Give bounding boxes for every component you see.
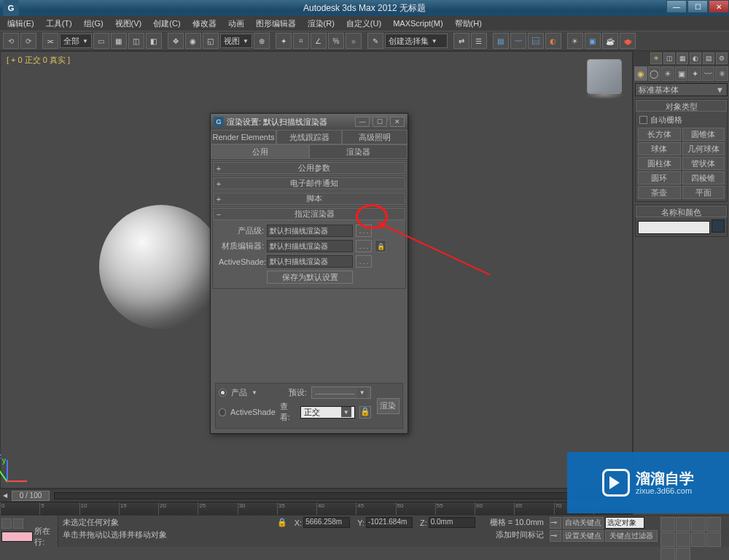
dialog-minimize-button[interactable]: — bbox=[355, 117, 370, 127]
cmd-icon-1[interactable]: ☀ bbox=[650, 52, 662, 64]
shapes-tab[interactable]: ◯ bbox=[648, 66, 661, 81]
production-radio[interactable] bbox=[219, 389, 227, 397]
select-region-button[interactable]: ◫ bbox=[128, 33, 144, 49]
z-coord-input[interactable]: 0.0mm bbox=[429, 517, 475, 528]
cameras-tab[interactable]: ▣ bbox=[675, 66, 688, 81]
dialog-titlebar[interactable]: G 渲染设置: 默认扫描线渲染器 — ☐ ✕ bbox=[211, 114, 408, 130]
sphere-button[interactable]: 球体 bbox=[638, 142, 681, 155]
scene-sphere-object[interactable] bbox=[99, 205, 223, 329]
cmd-icon-4[interactable]: ◐ bbox=[690, 52, 701, 64]
preset-dropdown[interactable]: ---------------▼ bbox=[311, 386, 371, 399]
nav-orbit-button[interactable] bbox=[660, 548, 675, 560]
object-category-dropdown[interactable]: 标准基本体▼ bbox=[635, 83, 728, 96]
helpers-tab[interactable]: ✦ bbox=[688, 66, 701, 81]
close-button[interactable]: ✕ bbox=[709, 0, 729, 13]
edit-named-sel-button[interactable]: ✎ bbox=[367, 33, 383, 49]
setkey-button[interactable]: 设置关键点 bbox=[563, 530, 604, 542]
window-crossing-button[interactable]: ◧ bbox=[146, 33, 162, 49]
space-warps-tab[interactable]: 〰 bbox=[702, 66, 715, 81]
nav-pan-button[interactable] bbox=[691, 532, 706, 547]
select-button[interactable]: ▭ bbox=[93, 33, 109, 49]
tab-advanced-lighting[interactable]: 高级照明 bbox=[342, 130, 408, 144]
tab-renderer[interactable]: 渲染器 bbox=[309, 144, 408, 159]
dialog-close-button[interactable]: ✕ bbox=[390, 117, 405, 127]
lock-selection-icon[interactable]: 🔒 bbox=[277, 518, 287, 527]
view-lock-icon[interactable]: 🔒 bbox=[359, 406, 371, 419]
angle-snap-button[interactable]: ∠ bbox=[311, 33, 327, 49]
menu-maxscript[interactable]: MAXScript(M) bbox=[389, 18, 447, 29]
key-mode-icon[interactable]: ⊸ bbox=[550, 517, 561, 529]
viewcube-icon[interactable] bbox=[587, 59, 622, 94]
menu-tools[interactable]: 工具(T) bbox=[42, 17, 77, 31]
move-button[interactable]: ✥ bbox=[168, 33, 184, 49]
play-start-button[interactable] bbox=[660, 517, 675, 532]
key-filters-button[interactable]: 关键点过滤器 bbox=[605, 530, 658, 542]
menu-rendering[interactable]: 渲染(R) bbox=[303, 17, 339, 31]
time-config-button[interactable] bbox=[676, 532, 690, 547]
lights-tab[interactable]: ☀ bbox=[661, 66, 674, 81]
menu-animation[interactable]: 动画 bbox=[224, 17, 249, 31]
teapot-button[interactable]: 茶壶 bbox=[638, 186, 681, 199]
snap-toggle-button[interactable]: ⌗ bbox=[293, 33, 309, 49]
activeshade-radio[interactable] bbox=[219, 408, 226, 416]
menu-modifiers[interactable]: 修改器 bbox=[188, 17, 221, 31]
menu-edit[interactable]: 编辑(E) bbox=[3, 17, 39, 31]
object-type-rollout-header[interactable]: 对象类型 bbox=[636, 100, 727, 112]
lock-icon[interactable]: 🔒 bbox=[375, 240, 386, 252]
named-selection-dropdown[interactable]: 创建选择集▼ bbox=[385, 34, 448, 48]
y-coord-input[interactable]: -1021.684m bbox=[366, 517, 413, 528]
geosphere-button[interactable]: 几何球体 bbox=[682, 142, 725, 155]
nav-max-button[interactable] bbox=[676, 548, 690, 560]
autogrid-checkbox[interactable]: 自动栅格 bbox=[638, 114, 725, 126]
curve-editor-button[interactable]: 〰 bbox=[510, 33, 526, 49]
x-coord-input[interactable]: 5666.258m bbox=[303, 517, 350, 528]
object-name-input[interactable] bbox=[638, 221, 710, 234]
play-next-button[interactable] bbox=[706, 517, 721, 532]
teapot-icon[interactable]: 🫖 bbox=[620, 33, 636, 49]
rollout-scripts[interactable]: +脚本 bbox=[213, 192, 405, 205]
key-filter-dropdown[interactable]: 选定对象 bbox=[605, 517, 644, 529]
pivot-button[interactable]: ⊕ bbox=[254, 33, 270, 49]
material-editor-button[interactable]: ◐ bbox=[545, 33, 561, 49]
rollout-assign-renderer[interactable]: −指定渲染器 bbox=[213, 208, 405, 220]
set-key-icon[interactable]: ⊸ bbox=[550, 530, 561, 542]
activeshade-browse-button[interactable]: . . . bbox=[356, 255, 372, 268]
selection-filter-dropdown[interactable]: 全部▼ bbox=[60, 34, 92, 48]
time-slider[interactable]: ◀ 0 / 100 bbox=[0, 489, 633, 502]
play-prev-button[interactable] bbox=[676, 517, 690, 532]
render-setup-button[interactable]: ☀ bbox=[567, 33, 583, 49]
play-button[interactable] bbox=[691, 517, 706, 532]
menu-views[interactable]: 视图(V) bbox=[111, 17, 147, 31]
rendered-frame-button[interactable]: ▣ bbox=[585, 33, 601, 49]
rollout-common-params[interactable]: +公用参数 bbox=[213, 162, 405, 174]
create-tab[interactable]: ◉ bbox=[634, 66, 647, 81]
schematic-view-button[interactable]: ⿳ bbox=[528, 33, 544, 49]
production-browse-button[interactable]: . . . bbox=[356, 225, 372, 237]
mirror-button[interactable]: ⇄ bbox=[453, 33, 469, 49]
nav-zoom-button[interactable] bbox=[706, 532, 721, 547]
menu-create[interactable]: 创建(C) bbox=[149, 17, 184, 31]
cone-button[interactable]: 圆锥体 bbox=[682, 128, 725, 141]
layer-manager-button[interactable]: ▤ bbox=[493, 33, 509, 49]
cylinder-button[interactable]: 圆柱体 bbox=[638, 157, 681, 170]
cmd-icon-5[interactable]: ▤ bbox=[703, 52, 714, 64]
menu-group[interactable]: 组(G) bbox=[79, 17, 108, 31]
tab-common[interactable]: 公用 bbox=[211, 144, 309, 159]
box-button[interactable]: 长方体 bbox=[638, 128, 681, 141]
cmd-icon-3[interactable]: ▦ bbox=[677, 52, 688, 64]
play-end-button[interactable] bbox=[660, 532, 675, 547]
tab-raytracer[interactable]: 光线跟踪器 bbox=[276, 130, 342, 144]
time-slider-value[interactable]: 0 / 100 bbox=[12, 491, 50, 501]
menu-grapheditors[interactable]: 图形编辑器 bbox=[252, 17, 300, 31]
mini-layer-icon[interactable] bbox=[13, 518, 23, 529]
pyramid-button[interactable]: 四棱锥 bbox=[682, 171, 725, 184]
link-button[interactable]: ⫘ bbox=[42, 33, 58, 49]
plane-button[interactable]: 平面 bbox=[682, 186, 725, 199]
tab-render-elements[interactable]: Render Elements bbox=[211, 130, 276, 144]
autokey-button[interactable]: 自动关键点 bbox=[563, 517, 604, 529]
dialog-maximize-button[interactable]: ☐ bbox=[373, 117, 387, 127]
maximize-button[interactable]: ☐ bbox=[687, 0, 708, 13]
mini-curve-icon[interactable] bbox=[1, 518, 12, 529]
percent-snap-button[interactable]: % bbox=[328, 33, 344, 49]
menu-customize[interactable]: 自定义(U) bbox=[342, 17, 386, 31]
